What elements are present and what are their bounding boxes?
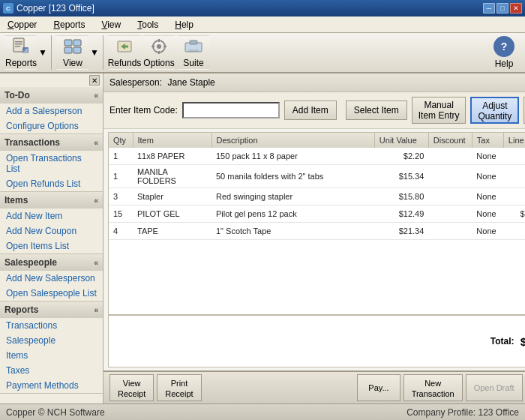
col-item: Item [133,133,212,148]
suite-btn-label: Suite [183,58,203,68]
reports-btn-label: Reports [5,58,37,68]
status-right: Company Profile: 123 Office [406,407,519,418]
options-btn-label: Options [143,58,174,68]
collapse-icon-todo: « [94,92,98,100]
sidebar-link-open-items-list[interactable]: Open Items List [0,238,103,254]
cell-item: MANILA FOLDERS [133,165,212,188]
app-icon: C [3,3,14,14]
sidebar-section-reports: Reports « Transactions Salespeople Items… [0,302,103,394]
salesperson-name[interactable]: Jane Staple [167,77,214,88]
cell-line-total: $2.20 [503,148,525,165]
col-description: Description [212,133,374,148]
menu-view[interactable]: View [97,18,125,32]
total-label: Total: [490,336,514,346]
sidebar-link-add-salesperson[interactable]: Add a Salesperson [0,104,103,118]
suite-icon [183,37,204,56]
sidebar-link-report-items[interactable]: Items [0,348,103,363]
cell-line-total: $187.35 [503,206,525,223]
menu-tools[interactable]: Tools [133,18,163,32]
svg-point-14 [157,44,161,49]
toolbar: Reports ▼ View ▼ Refunds [0,33,525,74]
cell-tax: None [472,206,503,223]
cell-tax: None [472,223,503,240]
manual-item-entry-button[interactable]: ManualItem Entry [412,97,466,124]
collapse-icon-transactions: « [94,139,98,147]
sidebar-link-report-taxes[interactable]: Taxes [0,363,103,378]
cell-item: Stapler [133,188,212,206]
sidebar-header-items[interactable]: Items « [0,192,103,208]
help-btn-label: Help [495,58,514,69]
content-area: Salesperson: Jane Staple Log Off Enter I… [104,74,525,404]
sidebar-link-add-new-coupon[interactable]: Add New Coupon [0,224,103,238]
menu-reports[interactable]: Reports [49,18,89,32]
sidebar-link-open-refunds[interactable]: Open Refunds List [0,176,103,191]
reports-toolbar-btn[interactable]: Reports [4,35,38,70]
view-btn-label: View [63,58,82,68]
sidebar-link-open-transactions[interactable]: Open Transactions List [0,151,103,176]
cell-qty: 3 [109,188,133,206]
svg-rect-20 [190,40,197,44]
sidebar-link-report-transactions[interactable]: Transactions [0,318,103,333]
svg-rect-1 [15,41,22,43]
svg-rect-0 [14,38,24,52]
close-btn[interactable]: ✕ [510,3,522,14]
sidebar-link-add-new-salesperson[interactable]: Add New Salesperson [0,271,103,286]
refunds-toolbar-btn[interactable]: Refunds [108,35,141,70]
sidebar-header-transactions[interactable]: Transactions « [0,134,103,151]
view-receipt-button[interactable]: ViewReceipt [110,374,154,401]
main-layout: ✕ To-Do « Add a Salesperson Configure Op… [0,74,525,404]
pay-button[interactable]: Pay... [357,374,400,401]
sidebar-link-open-salespeople-list[interactable]: Open Salespeople List [0,286,103,301]
cell-item: PILOT GEL [133,206,212,223]
suite-toolbar-btn[interactable]: Suite [177,35,210,70]
adjust-quantity-button[interactable]: AdjustQuantity [470,97,519,124]
print-receipt-button[interactable]: PrintReceipt [157,374,201,401]
total-value: $337.65 [520,335,525,348]
minimize-btn[interactable]: ─ [483,3,495,14]
cell-unit-value: $21.34 [374,223,428,240]
add-item-button[interactable]: Add Item [284,100,337,120]
reports-dropdown-arrow[interactable]: ▼ [39,35,46,70]
cell-description: Red swinging stapler [212,188,374,206]
options-toolbar-btn[interactable]: Options [142,35,176,70]
sidebar-link-report-salespeople[interactable]: Salespeople [0,333,103,348]
cell-tax: None [472,165,503,188]
sidebar-close-btn[interactable]: ✕ [89,75,100,86]
table-row: 1 MANILA FOLDERS 50 manila folders with … [109,165,525,188]
refunds-btn-label: Refunds [108,58,142,68]
status-bar: Copper © NCH Software Company Profile: 1… [0,404,525,420]
cell-line-total: $15.34 [503,165,525,188]
col-qty: Qty [109,133,133,148]
svg-rect-8 [64,40,72,46]
new-transaction-button[interactable]: NewTransaction [404,374,463,401]
select-item-button[interactable]: Select Item [346,100,407,120]
open-draft-button[interactable]: Open Draft [466,374,523,401]
salesperson-label: Salesperson: [110,77,162,88]
sidebar: ✕ To-Do « Add a Salesperson Configure Op… [0,74,104,404]
cell-item: 11x8 PAPER [133,148,212,165]
item-code-label: Enter Item Code: [110,105,178,116]
sidebar-link-configure-options[interactable]: Configure Options [0,118,103,134]
cell-unit-value: $2.20 [374,148,428,165]
sidebar-header-todo[interactable]: To-Do « [0,87,103,104]
cell-qty: 1 [109,165,133,188]
cell-tax: None [472,188,503,206]
menu-bar: Copper Reports View Tools Help [0,16,525,33]
total-area: Total: $337.65 [108,315,525,368]
cell-description: 1" Scotch Tape [212,223,374,240]
maximize-btn[interactable]: □ [496,3,508,14]
collapse-icon-salespeople: « [94,259,98,267]
sidebar-link-add-new-item[interactable]: Add New Item [0,208,103,224]
svg-rect-2 [15,44,22,45]
sidebar-link-report-payment-methods[interactable]: Payment Methods [0,378,103,393]
sidebar-section-items: Items « Add New Item Add New Coupon Open… [0,192,103,254]
item-code-input[interactable] [182,102,280,118]
cell-discount [428,148,472,165]
sidebar-header-salespeople[interactable]: Salespeople « [0,254,103,271]
view-dropdown-arrow[interactable]: ▼ [91,35,98,70]
menu-help[interactable]: Help [170,18,198,32]
menu-copper[interactable]: Copper [3,18,41,32]
sidebar-header-reports[interactable]: Reports « [0,302,103,318]
view-toolbar-btn[interactable]: View [56,35,89,70]
help-toolbar-btn[interactable]: ? Help [488,35,520,70]
